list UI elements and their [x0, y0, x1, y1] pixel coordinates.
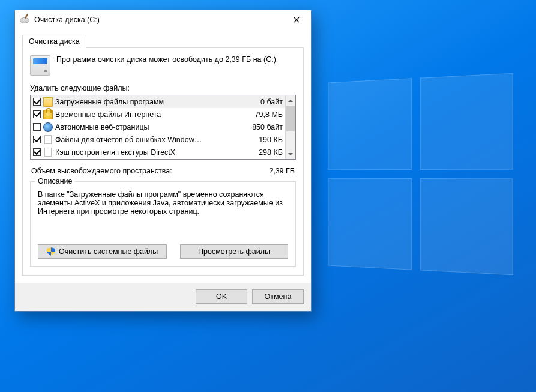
- ok-label: OK: [216, 292, 227, 301]
- uac-shield-icon: [47, 247, 55, 256]
- file-list[interactable]: Загруженные файлы программ0 байтВременны…: [31, 95, 285, 159]
- total-value: 2,39 ГБ: [269, 167, 295, 175]
- total-label: Объем высвобождаемого пространства:: [31, 167, 172, 175]
- file-icon: [44, 148, 52, 157]
- file-size: 79,8 МБ: [255, 110, 285, 119]
- chevron-down-icon: [288, 152, 293, 157]
- scrollbar[interactable]: [285, 95, 295, 159]
- file-label: Автономные веб-страницы: [55, 123, 250, 131]
- scroll-thumb[interactable]: [286, 106, 295, 131]
- total-row: Объем высвобождаемого пространства: 2,39…: [31, 167, 295, 175]
- file-checkbox[interactable]: [33, 148, 41, 156]
- globe-icon: [43, 122, 53, 132]
- file-row[interactable]: Файлы для отчетов об ошибках Window…190 …: [31, 133, 285, 146]
- tab-panel: Программа очистки диска может освободить…: [22, 47, 304, 276]
- file-checkbox[interactable]: [33, 110, 41, 118]
- cancel-button[interactable]: Отмена: [252, 289, 304, 304]
- tab-strip: Очистка диска: [22, 34, 304, 48]
- windows-logo: [328, 73, 513, 275]
- file-row[interactable]: Временные файлы Интернета79,8 МБ: [31, 108, 285, 121]
- file-checkbox[interactable]: [33, 136, 41, 143]
- file-label: Кэш построителя текстуры DirectX: [55, 148, 256, 157]
- file-label: Временные файлы Интернета: [55, 110, 253, 119]
- intro-text: Программа очистки диска может освободить…: [56, 55, 278, 76]
- description-group: Описание В папке "Загруженные файлы прог…: [30, 181, 296, 267]
- description-legend: Описание: [35, 177, 75, 185]
- file-checkbox[interactable]: [33, 123, 41, 131]
- scroll-up-button[interactable]: [286, 95, 295, 106]
- clean-system-files-button[interactable]: Очистить системные файлы: [38, 244, 167, 259]
- disk-cleanup-dialog: Очистка диска (C:) Очистка диска Програм…: [14, 10, 312, 312]
- delete-files-label: Удалить следующие файлы:: [30, 84, 296, 92]
- view-files-button[interactable]: Просмотреть файлы: [180, 244, 288, 259]
- file-checkbox[interactable]: [33, 98, 41, 106]
- ok-button[interactable]: OK: [196, 289, 247, 304]
- close-button[interactable]: [283, 11, 310, 29]
- file-size: 850 байт: [252, 123, 285, 131]
- file-row[interactable]: Кэш построителя текстуры DirectX298 КБ: [31, 146, 285, 158]
- window-title: Очистка диска (C:): [33, 16, 283, 24]
- tab-cleanup[interactable]: Очистка диска: [22, 35, 86, 48]
- file-label: Загруженные файлы программ: [55, 98, 258, 106]
- scroll-down-button[interactable]: [286, 149, 295, 159]
- file-size: 190 КБ: [259, 136, 285, 144]
- clean-system-label: Очистить системные файлы: [59, 247, 158, 256]
- group-button-row: Очистить системные файлы Просмотреть фай…: [38, 244, 288, 259]
- file-size: 0 байт: [260, 98, 285, 106]
- dialog-footer: OK Отмена: [15, 283, 311, 311]
- titlebar[interactable]: Очистка диска (C:): [15, 10, 311, 29]
- view-files-label: Просмотреть файлы: [198, 247, 270, 256]
- drive-icon: [30, 55, 50, 76]
- lock-icon: [43, 110, 53, 119]
- close-icon: [294, 17, 300, 23]
- chevron-up-icon: [288, 98, 293, 103]
- scroll-track[interactable]: [286, 106, 295, 149]
- description-text: В папке "Загруженные файлы программ" вре…: [38, 190, 288, 237]
- file-row[interactable]: Автономные веб-страницы850 байт: [31, 121, 285, 133]
- client-area: Очистка диска Программа очистки диска мо…: [15, 29, 311, 283]
- disk-cleanup-icon: [20, 15, 29, 25]
- file-size: 298 КБ: [259, 148, 285, 157]
- folder-icon: [43, 97, 53, 107]
- intro-row: Программа очистки диска может освободить…: [30, 55, 296, 76]
- file-icon: [44, 135, 52, 144]
- file-list-container: Загруженные файлы программ0 байтВременны…: [30, 95, 296, 160]
- file-label: Файлы для отчетов об ошибках Window…: [55, 136, 256, 144]
- file-row[interactable]: Загруженные файлы программ0 байт: [31, 95, 285, 108]
- cancel-label: Отмена: [265, 292, 292, 301]
